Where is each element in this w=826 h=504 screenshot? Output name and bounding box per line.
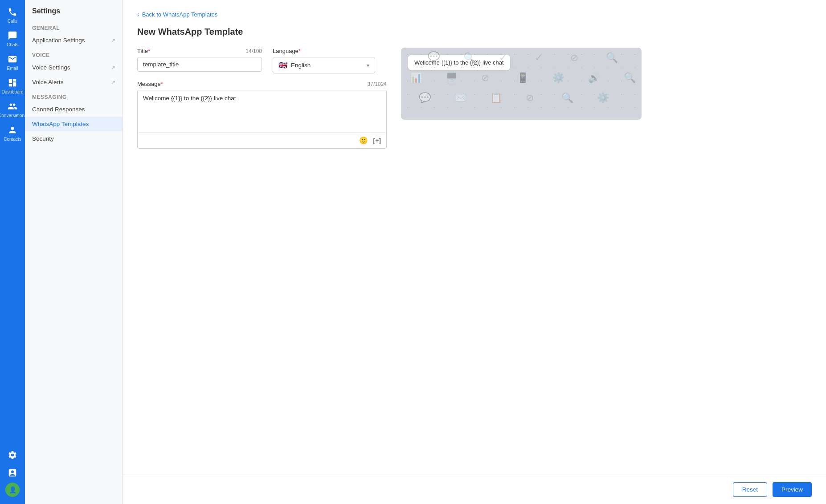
form-and-preview: Title* 14/100 Language* xyxy=(137,48,812,149)
language-select[interactable]: 🇬🇧 English ▾ xyxy=(273,57,375,73)
nav-bottom: 👤 xyxy=(4,447,20,500)
nav-item-chats[interactable]: Chats xyxy=(0,27,25,51)
nav-item-calls[interactable]: Calls xyxy=(0,4,25,27)
nav-item-conversations[interactable]: Conversations xyxy=(0,98,25,122)
nav-label-dashboard: Dashboard xyxy=(2,89,24,94)
sidebar-section-general: General xyxy=(25,20,123,33)
sidebar-section-voice: Voice xyxy=(25,48,123,60)
preview-section: 💬 🔍 ✓ ✓ ⊘ 🔍 📊 🖥️ ⊘ 📱 ⚙️ 🔊 🔍 💬 xyxy=(401,48,812,120)
user-avatar[interactable]: 👤 xyxy=(5,483,20,497)
footer-bar: Reset Preview xyxy=(123,475,826,504)
textarea-toolbar: 🙂 [+] xyxy=(138,132,386,148)
nav-label-chats: Chats xyxy=(7,42,18,47)
title-counter: 14/100 xyxy=(245,48,262,54)
reset-button[interactable]: Reset xyxy=(733,482,767,497)
language-value: English xyxy=(291,62,367,69)
sidebar-item-whatsapp-templates[interactable]: WhatsApp Templates xyxy=(25,117,123,131)
content-area: ‹ Back to WhatsApp Templates New WhatsAp… xyxy=(123,0,826,475)
language-group: Language* 🇬🇧 English ▾ xyxy=(273,48,387,73)
back-arrow-icon: ‹ xyxy=(137,11,139,18)
message-label: Message* xyxy=(137,81,163,87)
external-link-icon: ↗ xyxy=(111,65,115,71)
nav-label-contacts: Contacts xyxy=(4,137,21,142)
message-counter: 37/1024 xyxy=(368,81,387,87)
preview-decorative-icons: 💬 🔍 ✓ ✓ ⊘ 🔍 📊 🖥️ ⊘ 📱 ⚙️ 🔊 🔍 💬 xyxy=(401,48,642,120)
preview-bubble: Wellcome {{1}} to the {{2}} live chat xyxy=(408,55,510,70)
sidebar-item-security[interactable]: Security xyxy=(25,131,123,146)
reports-nav-icon[interactable] xyxy=(4,465,20,481)
sidebar-item-application-settings[interactable]: Application Settings ↗ xyxy=(25,33,123,48)
language-flag: 🇬🇧 xyxy=(278,61,287,69)
nav-label-email: Email xyxy=(7,66,18,71)
sidebar-section-messaging: Messaging xyxy=(25,89,123,102)
main-content: ‹ Back to WhatsApp Templates New WhatsAp… xyxy=(123,0,826,504)
page-title: New WhatsApp Template xyxy=(137,27,812,37)
settings-nav-icon[interactable] xyxy=(4,447,20,463)
preview-button[interactable]: Preview xyxy=(773,482,812,497)
language-label: Language* xyxy=(273,48,301,54)
language-field-header: Language* xyxy=(273,48,387,54)
sidebar-title: Settings xyxy=(25,7,123,20)
nav-bar: Calls Chats Email Dashboard Conversation… xyxy=(0,0,25,504)
title-label: Title* xyxy=(137,48,150,54)
preview-background: 💬 🔍 ✓ ✓ ⊘ 🔍 📊 🖥️ ⊘ 📱 ⚙️ 🔊 🔍 💬 xyxy=(401,48,642,120)
external-link-icon: ↗ xyxy=(111,37,115,44)
sidebar-item-voice-settings[interactable]: Voice Settings ↗ xyxy=(25,60,123,75)
sidebar-item-voice-alerts[interactable]: Voice Alerts ↗ xyxy=(25,75,123,89)
message-field-header: Message* 37/1024 xyxy=(137,81,387,87)
external-link-icon: ↗ xyxy=(111,79,115,85)
nav-item-dashboard[interactable]: Dashboard xyxy=(0,74,25,98)
title-language-row: Title* 14/100 Language* xyxy=(137,48,387,73)
sidebar: Settings General Application Settings ↗ … xyxy=(25,0,123,504)
chevron-down-icon: ▾ xyxy=(367,62,369,69)
back-link[interactable]: ‹ Back to WhatsApp Templates xyxy=(137,11,812,18)
emoji-button[interactable]: 🙂 xyxy=(358,135,369,146)
nav-item-contacts[interactable]: Contacts xyxy=(0,122,25,145)
message-textarea[interactable] xyxy=(138,90,386,130)
variable-button[interactable]: [+] xyxy=(372,135,382,146)
message-group: Message* 37/1024 🙂 [+] xyxy=(137,81,387,149)
message-textarea-wrapper: 🙂 [+] xyxy=(137,90,387,149)
nav-label-calls: Calls xyxy=(8,19,17,24)
form-section: Title* 14/100 Language* xyxy=(137,48,387,149)
title-group: Title* 14/100 xyxy=(137,48,262,72)
title-input[interactable] xyxy=(137,57,262,72)
nav-item-email[interactable]: Email xyxy=(0,51,25,74)
title-field-header: Title* 14/100 xyxy=(137,48,262,54)
nav-label-conversations: Conversations xyxy=(0,113,27,118)
sidebar-item-canned-responses[interactable]: Canned Responses xyxy=(25,102,123,117)
